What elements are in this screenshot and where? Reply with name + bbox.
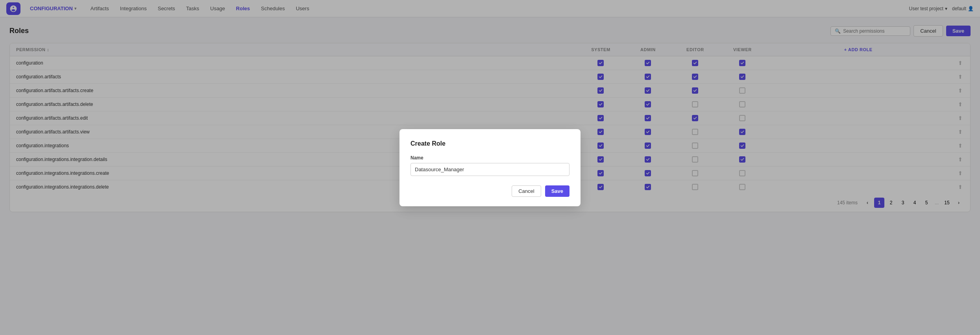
role-name-input[interactable] <box>410 163 570 176</box>
modal-save-button[interactable]: Save <box>545 185 570 197</box>
modal-cancel-button[interactable]: Cancel <box>512 185 541 197</box>
modal-overlay: Create Role Name Cancel Save <box>0 0 980 335</box>
create-role-modal: Create Role Name Cancel Save <box>399 129 581 206</box>
modal-actions: Cancel Save <box>410 185 570 197</box>
modal-title: Create Role <box>410 140 570 147</box>
name-field-label: Name <box>410 155 570 161</box>
